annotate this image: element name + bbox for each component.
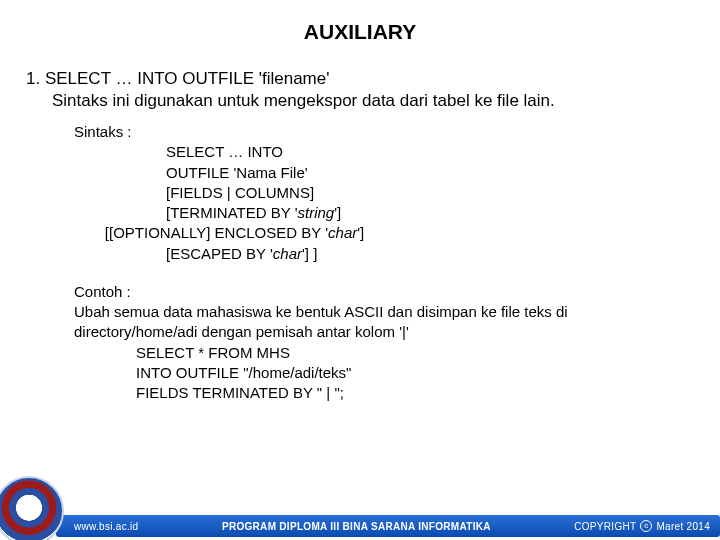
page-title: AUXILIARY [16,20,704,44]
intro-line-1: 1. SELECT … INTO OUTFILE 'filename' [26,68,694,90]
copyright-label: COPYRIGHT [574,521,636,532]
syntax-main: SELECT … INTO OUTFILE 'Nama File' [FIELD… [166,143,314,221]
intro-line-2: Sintaks ini digunakan untuk mengekspor d… [26,90,694,112]
syntax-char1: char [328,224,357,241]
syntax-string: string [298,204,335,221]
example-code: SELECT * FROM MHS INTO OUTFILE "/home/ad… [74,343,694,404]
syntax-after-char2: '] ] [302,245,317,262]
syntax-after-string: '] [334,204,341,221]
syntax-after-char1: '] [357,224,364,241]
syntax-shifted: [[OPTIONALLY] ENCLOSED BY ' [84,224,328,241]
syntax-escaped: [ESCAPED BY ' [166,245,273,262]
footer-bar: www.bsi.ac.id PROGRAM DIPLOMA III BINA S… [56,515,720,537]
intro-block: 1. SELECT … INTO OUTFILE 'filename' Sint… [26,68,694,112]
example-block: Contoh : Ubah semua data mahasiswa ke be… [26,282,694,404]
example-heading: Contoh : [74,282,694,302]
syntax-shifted-wrap: [[OPTIONALLY] ENCLOSED BY 'char'] [84,223,364,243]
footer-program: PROGRAM DIPLOMA III BINA SARANA INFORMAT… [222,521,491,532]
example-desc: Ubah semua data mahasiswa ke bentuk ASCI… [74,302,694,343]
syntax-block: Sintaks : SELECT … INTO OUTFILE 'Nama Fi… [26,122,694,264]
copyright-icon: c [640,520,652,532]
copyright-date: Maret 2014 [656,521,710,532]
syntax-char2: char [273,245,302,262]
footer-copyright: COPYRIGHT c Maret 2014 [574,520,710,532]
footer: www.bsi.ac.id PROGRAM DIPLOMA III BINA S… [0,512,720,540]
syntax-code: SELECT … INTO OUTFILE 'Nama File' [FIELD… [166,122,364,264]
slide-content: AUXILIARY 1. SELECT … INTO OUTFILE 'file… [0,0,720,540]
footer-url: www.bsi.ac.id [74,521,138,532]
